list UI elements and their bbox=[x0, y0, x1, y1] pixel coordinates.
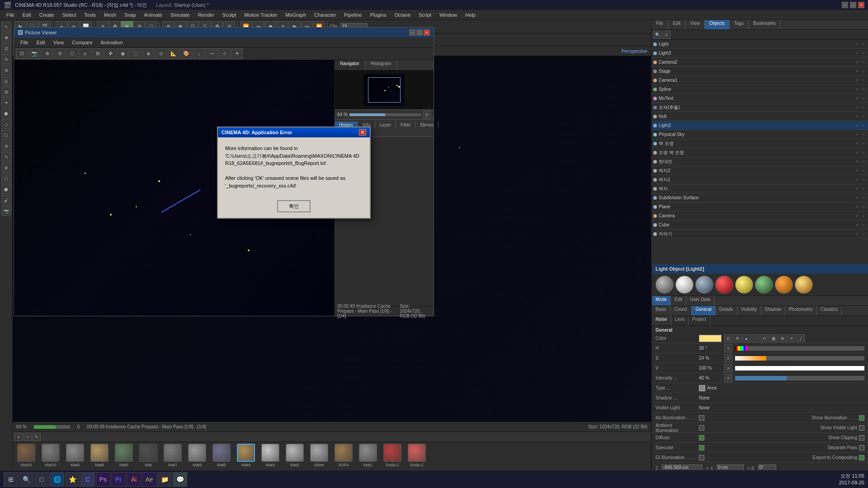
sphere-1[interactable] bbox=[656, 276, 674, 294]
objects-list-item-11[interactable]: 벽 조명 ✓ ○ bbox=[651, 139, 868, 148]
objects-list-item-3[interactable]: Stage ✓ ○ bbox=[651, 67, 868, 76]
pv-menu-animation[interactable]: Animation bbox=[97, 39, 127, 46]
material-item-6[interactable]: Mat7 bbox=[161, 444, 184, 468]
pv-menu-view[interactable]: View bbox=[50, 39, 68, 46]
material-item-13[interactable]: SOFA bbox=[332, 444, 355, 468]
attr-tab-visibility[interactable]: Visibility bbox=[737, 306, 761, 315]
mat-tool-3[interactable]: ✎ bbox=[33, 433, 41, 441]
material-item-0[interactable]: Mat10 bbox=[14, 444, 38, 468]
v-slider-btn[interactable]: ≡ bbox=[724, 364, 732, 372]
pv-tool-6[interactable]: ≡ bbox=[79, 48, 91, 59]
obj-flag-lock-17[interactable]: ○ bbox=[861, 195, 866, 201]
pv-menu-compare[interactable]: Compare bbox=[68, 39, 96, 46]
show-illumination-checkbox[interactable] bbox=[859, 415, 864, 421]
s-slider-btn[interactable]: ≡ bbox=[724, 354, 732, 362]
menu-octane[interactable]: Octane bbox=[391, 11, 414, 19]
maximize-button[interactable]: □ bbox=[850, 2, 856, 8]
nav-viewport-rect[interactable] bbox=[368, 77, 401, 103]
pv-tool-17[interactable]: ⊹ bbox=[218, 48, 230, 59]
material-item-3[interactable]: Mat8 bbox=[88, 444, 111, 468]
s-slider-track[interactable] bbox=[735, 356, 864, 361]
material-item-1[interactable]: Mat10 bbox=[39, 444, 62, 468]
menu-snap[interactable]: Snap bbox=[121, 11, 140, 19]
taskbar-folder-icon[interactable]: 📁 bbox=[157, 472, 172, 487]
pv-tool-5[interactable]: ⬡ bbox=[66, 48, 78, 59]
attr-tab-photometric[interactable]: Photometric bbox=[785, 306, 817, 315]
material-item-15[interactable]: Soda-C bbox=[381, 444, 404, 468]
obj-flag-lock-7[interactable]: ○ bbox=[861, 105, 866, 110]
rp-tab-edit[interactable]: Edit bbox=[668, 20, 685, 29]
pv-nav-thumbnail[interactable] bbox=[364, 74, 405, 106]
objects-list-item-13[interactable]: 한대만 ✓ ○ bbox=[651, 157, 868, 166]
obj-flag-lock-13[interactable]: ○ bbox=[861, 159, 866, 164]
pv-tool-15[interactable]: ⬦ bbox=[193, 48, 205, 59]
menu-mograph[interactable]: MoGraph bbox=[282, 11, 310, 19]
obj-flag-vis-17[interactable]: ✓ bbox=[854, 195, 860, 201]
mat-tool-1[interactable]: ≡ bbox=[14, 433, 23, 441]
material-item-8[interactable]: Mat5 bbox=[210, 444, 233, 468]
material-item-11[interactable]: Mat2 bbox=[283, 444, 307, 468]
sphere-8[interactable] bbox=[795, 276, 813, 294]
tool-move[interactable]: ✥ bbox=[1, 33, 11, 42]
taskbar-cinema4d-icon[interactable]: C bbox=[80, 472, 95, 487]
pv-tool-2[interactable]: 📷 bbox=[28, 48, 40, 59]
obj-flag-lock-8[interactable]: ○ bbox=[861, 114, 866, 119]
material-item-9[interactable]: Mat4 bbox=[234, 444, 258, 468]
pv-tool-7[interactable]: ⊞ bbox=[92, 48, 104, 59]
pv-tool-16[interactable]: ⊸ bbox=[206, 48, 217, 59]
export-compositing-checkbox[interactable] bbox=[859, 455, 864, 460]
obj-flag-lock-3[interactable]: ○ bbox=[861, 69, 866, 74]
obj-flag-vis-20[interactable]: ✓ bbox=[854, 222, 860, 228]
color-tool-9[interactable]: ╱ bbox=[797, 334, 805, 343]
menu-select[interactable]: Select bbox=[59, 11, 80, 19]
objects-list-item-7[interactable]: 조제(후물) ✓ ○ bbox=[651, 103, 868, 112]
separate-pass-checkbox[interactable] bbox=[859, 445, 864, 450]
pv-tool-9[interactable]: ◉ bbox=[117, 48, 129, 59]
attr-tab-coord[interactable]: Coord. bbox=[670, 306, 692, 315]
rp-tab-objects[interactable]: Objects bbox=[705, 20, 730, 29]
obj-flag-lock-12[interactable]: ○ bbox=[861, 150, 866, 155]
taskbar-ie-icon[interactable]: 🌐 bbox=[50, 472, 64, 487]
close-button[interactable]: ✕ bbox=[858, 2, 864, 8]
show-clipping-checkbox[interactable] bbox=[859, 435, 864, 441]
menu-character[interactable]: Character bbox=[311, 11, 340, 19]
color-tool-6[interactable]: ▦ bbox=[769, 334, 778, 343]
objects-list-item-6[interactable]: MoText ✓ ○ bbox=[651, 94, 868, 103]
objects-list-item-5[interactable]: Spline ✓ ○ bbox=[651, 85, 868, 94]
tool-9[interactable]: ✎ bbox=[1, 152, 11, 162]
tool-scale[interactable]: ⊡ bbox=[1, 43, 11, 53]
menu-tools[interactable]: Tools bbox=[80, 11, 99, 19]
attr-tab-edit[interactable]: Edit bbox=[671, 296, 686, 305]
obj-flag-vis-15[interactable]: ✓ bbox=[854, 177, 860, 183]
material-item-10[interactable]: Mat3 bbox=[259, 444, 282, 468]
minimize-button[interactable]: − bbox=[842, 2, 848, 8]
rp-tab-file[interactable]: File bbox=[651, 20, 668, 29]
objects-list-item-1[interactable]: Light3 ✓ ○ bbox=[651, 49, 868, 58]
menu-simulate[interactable]: Simulate bbox=[167, 11, 193, 19]
obj-flag-vis-12[interactable]: ✓ bbox=[854, 150, 860, 155]
objects-list-item-14[interactable]: 벽지2 ✓ ○ bbox=[651, 166, 868, 175]
obj-flag-vis-18[interactable]: ✓ bbox=[854, 204, 860, 210]
obj-tool-search[interactable]: 🔍 bbox=[653, 31, 661, 39]
tool-paint[interactable]: 🖌 bbox=[1, 195, 11, 205]
objects-list-item-17[interactable]: Subdivision Surface ✓ ○ bbox=[651, 193, 868, 202]
sphere-6[interactable] bbox=[755, 276, 773, 294]
attr-tab-basic[interactable]: Basic bbox=[652, 306, 670, 315]
sphere-3[interactable] bbox=[695, 276, 713, 294]
obj-flag-lock-2[interactable]: ○ bbox=[861, 60, 866, 65]
menu-sculpt[interactable]: Sculpt bbox=[219, 11, 240, 19]
pv-close-btn[interactable]: ✕ bbox=[424, 29, 430, 36]
tool-2[interactable]: ◎ bbox=[1, 76, 11, 86]
menu-create[interactable]: Create bbox=[36, 11, 58, 19]
pv-tool-14[interactable]: 🎨 bbox=[180, 48, 192, 59]
taskbar-task-view-btn[interactable]: □ bbox=[34, 472, 49, 487]
v-slider-track[interactable] bbox=[735, 366, 864, 371]
obj-flag-vis-16[interactable]: ✓ bbox=[854, 186, 860, 192]
gi-checkbox[interactable] bbox=[699, 455, 704, 460]
menu-file[interactable]: File bbox=[3, 11, 18, 19]
taskbar-ps-icon[interactable]: Ps bbox=[96, 472, 110, 487]
rp-tab-tags[interactable]: Tags bbox=[730, 20, 749, 29]
tool-10[interactable]: ⚙ bbox=[1, 163, 11, 173]
pv-zoom-slider[interactable] bbox=[349, 113, 421, 116]
taskbar-ai-icon[interactable]: Ai bbox=[127, 472, 141, 487]
